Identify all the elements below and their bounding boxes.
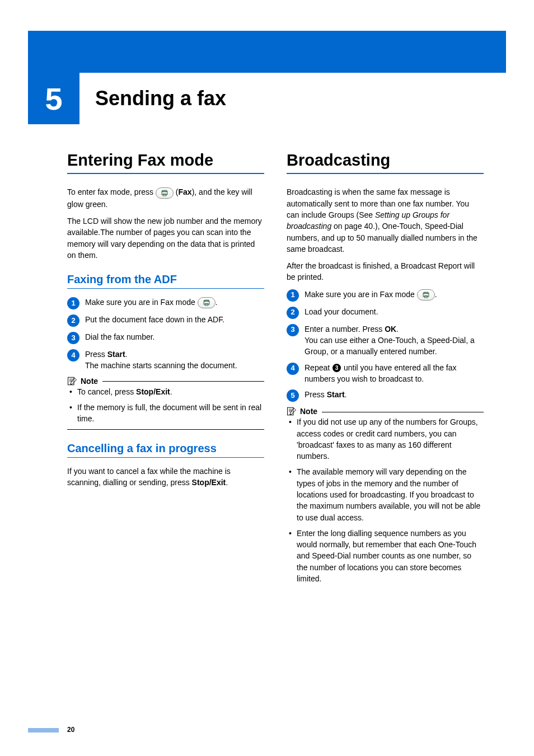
note-item-1: If you did not use up any of the numbers… xyxy=(289,416,484,462)
r-s5-post: . xyxy=(345,390,347,399)
page-accent-bar xyxy=(28,728,59,732)
cancel-bold: Stop/Exit xyxy=(192,478,226,487)
note-item-1: To cancel, press Stop/Exit. xyxy=(69,386,264,397)
right-step-1-text: Make sure you are in Fax mode . xyxy=(305,289,484,300)
r-s3-bold: OK xyxy=(385,325,396,334)
step-badge-3: 3 xyxy=(67,332,79,344)
step-badge-1: 1 xyxy=(67,297,79,309)
step-badge-2: 2 xyxy=(287,307,299,319)
right-step-2: 2 Load your document. xyxy=(287,306,484,319)
right-step-4-text: Repeat 3 until you have entered all the … xyxy=(305,362,484,385)
left-step-1-span: Make sure you are in Fax mode xyxy=(85,298,198,307)
fax-glyph-icon xyxy=(422,292,430,298)
header-banner xyxy=(28,31,506,73)
step-badge-3: 3 xyxy=(287,324,299,336)
step-badge-4: 4 xyxy=(67,349,79,361)
lcd-paragraph: The LCD will show the new job number and… xyxy=(67,215,264,261)
left-column: Entering Fax mode To enter fax mode, pre… xyxy=(67,151,264,589)
fax-glyph-icon xyxy=(203,299,210,306)
n1-pre: To cancel, press xyxy=(77,387,136,396)
intro-fax-bold: Fax xyxy=(179,187,192,196)
step-badge-4: 4 xyxy=(287,363,299,375)
s4-pre: Press xyxy=(85,350,107,359)
note-label: Note xyxy=(81,377,98,386)
left-step-1: 1 Make sure you are in Fax mode . xyxy=(67,297,264,309)
cancel-post: . xyxy=(226,478,228,487)
chapter-header: 5 Sending a fax xyxy=(28,73,506,124)
right-step-5-text: Press Start. xyxy=(305,389,484,400)
heading-broadcasting: Broadcasting xyxy=(287,151,484,174)
left-step-3-text: Dial the fax number. xyxy=(85,331,264,342)
r-s4-pre: Repeat xyxy=(305,363,332,372)
right-column: Broadcasting Broadcasting is when the sa… xyxy=(287,151,484,589)
s4-post: . xyxy=(125,350,128,359)
right-step-3: 3 Enter a number. Press OK. You can use … xyxy=(287,323,484,358)
broadcast-p2: After the broadcast is finished, a Broad… xyxy=(287,260,484,283)
right-step-2-text: Load your document. xyxy=(305,306,484,317)
r-s5-pre: Press xyxy=(305,390,327,399)
intro-pre: To enter fax mode, press xyxy=(67,187,156,196)
fax-button-icon xyxy=(198,297,216,308)
n1-post: . xyxy=(170,387,172,396)
note-item-2: If the memory is full, the document will… xyxy=(69,402,264,425)
fax-glyph-icon xyxy=(161,190,168,196)
s4-bold: Start xyxy=(107,350,125,359)
left-step-4: 4 Press Start. The machine starts scanni… xyxy=(67,349,264,372)
note-rule xyxy=(322,412,484,412)
broadcast-p1: Broadcasting is when the same fax messag… xyxy=(287,186,484,255)
note-list-left: To cancel, press Stop/Exit. If the memor… xyxy=(67,386,264,425)
note-header: Note xyxy=(287,406,484,416)
right-step-3-text: Enter a number. Press OK. You can use ei… xyxy=(305,323,484,358)
step-badge-5: 5 xyxy=(287,389,299,402)
page-number: 20 xyxy=(67,726,74,734)
heading-entering-fax-mode: Entering Fax mode xyxy=(67,151,264,174)
inline-step-ref-icon: 3 xyxy=(332,364,341,372)
note-item-2: The available memory will vary depending… xyxy=(289,466,484,523)
chapter-title: Sending a fax xyxy=(95,87,226,110)
right-step-4: 4 Repeat 3 until you have entered all th… xyxy=(287,362,484,385)
left-step-3: 3 Dial the fax number. xyxy=(67,331,264,344)
note-item-3: Enter the long dialling sequence numbers… xyxy=(289,528,484,584)
r-s5-bold: Start xyxy=(327,390,345,399)
r-s3-post: . xyxy=(396,325,399,334)
pencil-note-icon xyxy=(67,376,77,386)
r-s3-line2: You can use either a One-Touch, a Speed-… xyxy=(305,336,475,356)
pencil-note-icon xyxy=(287,406,297,416)
note-rule xyxy=(102,381,264,382)
r-s1: Make sure you are in Fax mode xyxy=(305,290,417,299)
right-step-5: 5 Press Start. xyxy=(287,389,484,402)
chapter-number: 5 xyxy=(45,81,62,117)
intro-paragraph: To enter fax mode, press (Fax), and the … xyxy=(67,186,264,210)
s4-line2: The machine starts scanning the document… xyxy=(85,361,237,370)
step-badge-1: 1 xyxy=(287,289,299,302)
note-block-left: Note To cancel, press Stop/Exit. If the … xyxy=(67,376,264,430)
left-step-2-text: Put the document face down in the ADF. xyxy=(85,314,264,325)
right-step-1: 1 Make sure you are in Fax mode . xyxy=(287,289,484,302)
note-block-right: Note If you did not use up any of the nu… xyxy=(287,406,484,584)
left-step-4-text: Press Start. The machine starts scanning… xyxy=(85,349,264,372)
note-label: Note xyxy=(300,407,317,416)
note-bottom-rule xyxy=(67,429,264,430)
content-columns: Entering Fax mode To enter fax mode, pre… xyxy=(67,151,484,589)
fax-button-icon xyxy=(156,187,174,199)
left-step-1-text: Make sure you are in Fax mode . xyxy=(85,297,264,308)
left-step-2: 2 Put the document face down in the ADF. xyxy=(67,314,264,327)
note-list-right: If you did not use up any of the numbers… xyxy=(287,416,484,584)
fax-button-icon xyxy=(417,289,435,300)
heading-cancelling: Cancelling a fax in progress xyxy=(67,442,264,458)
heading-faxing-adf: Faxing from the ADF xyxy=(67,273,264,289)
cancel-paragraph: If you want to cancel a fax while the ma… xyxy=(67,466,264,489)
note-header: Note xyxy=(67,376,264,386)
step-badge-2: 2 xyxy=(67,314,79,327)
chapter-number-box: 5 xyxy=(28,73,79,124)
n1-bold: Stop/Exit xyxy=(136,387,170,396)
r-s3-pre: Enter a number. Press xyxy=(305,325,385,334)
intro-fax-paren: (Fax) xyxy=(176,187,194,196)
